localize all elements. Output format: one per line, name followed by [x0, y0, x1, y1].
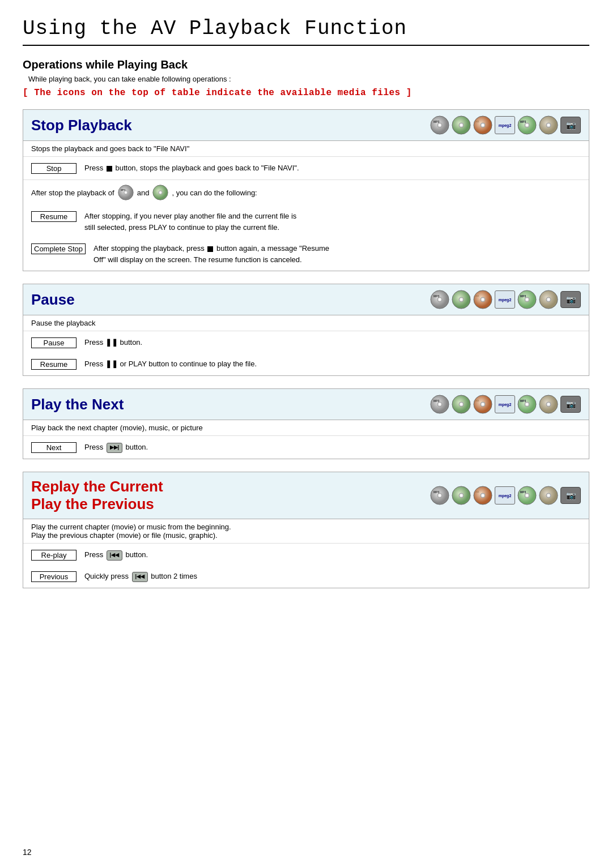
card-subtitle-next: Play back the next chapter (movie), musi…: [23, 420, 589, 436]
cd-icon-p: ♪♫: [473, 290, 492, 309]
cd-icon-n: ♪♫: [473, 395, 492, 414]
card-title-stop: Stop Playback: [31, 117, 132, 134]
section-title: Operations while Playing Back: [23, 58, 589, 71]
cd2-icon: [539, 116, 558, 135]
pause-btn-symbol: ❚❚: [105, 338, 118, 347]
highlight-text: [ The icons on the top of table indicate…: [23, 88, 589, 98]
svg-point-13: [526, 124, 528, 126]
previous-desc: Quickly press |◀◀ button 2 times: [84, 571, 197, 582]
svg-point-6: [460, 124, 462, 126]
card-title-replay-line2: Play the Previous: [31, 495, 163, 513]
card-stop-playback: Stop Playback MP3 ♪♫: [23, 109, 589, 271]
pause-resume-label: Resume: [31, 359, 76, 370]
stop-btn-icon: [107, 166, 112, 172]
previous-label: Previous: [31, 571, 76, 582]
separator-text-end: , you can do the following:: [172, 189, 257, 197]
card-header-stop: Stop Playback MP3 ♪♫: [23, 110, 589, 141]
svg-text:MP3: MP3: [520, 294, 526, 298]
svg-point-63: [439, 494, 441, 497]
replay-subtitle-line1: Play the current chapter (movie) or musi…: [31, 523, 581, 531]
svg-text:MP3: MP3: [434, 490, 440, 494]
svg-text:MP3: MP3: [520, 120, 526, 123]
svg-point-38: [526, 298, 528, 301]
next-desc: Press ▶▶| button.: [84, 442, 148, 453]
card-header-replay: Replay the Current Play the Previous MP3: [23, 472, 589, 519]
cd2-icon-p: [539, 290, 558, 309]
resume-desc: After stopping, if you never play anothe…: [84, 211, 296, 233]
dvd-icon-p: MP3: [430, 290, 449, 309]
mpeg2-icon-r: mpeg2: [495, 486, 515, 504]
svg-point-49: [460, 403, 462, 405]
camera-icon-r: 📷: [560, 487, 581, 504]
stop-btn-icon2: [207, 246, 213, 252]
cd2-icon-n: [539, 395, 558, 414]
pause-btn-symbol2: ❚❚: [105, 360, 118, 368]
card-subtitle-stop: Stops the playback and goes back to "Fil…: [23, 141, 589, 157]
replay-label: Re-play: [31, 550, 76, 561]
svg-text:MP3: MP3: [520, 490, 526, 494]
inline-vcd-icon: [152, 185, 168, 200]
svg-point-42: [547, 298, 550, 301]
operation-row-pause: Pause Press ❚❚ button.: [31, 337, 581, 353]
card-title-pause: Pause: [31, 291, 75, 309]
svg-point-27: [439, 298, 441, 301]
card-play-next: Play the Next MP3 ♪♫: [23, 388, 589, 459]
camera-icon: 📷: [560, 117, 581, 134]
svg-point-45: [439, 403, 441, 405]
media-icons-next: MP3 ♪♫ mpeg2: [430, 395, 581, 414]
card-body-replay: Re-play Press |◀◀ button. Previous Quick…: [23, 544, 589, 588]
card-title-replay-line1: Replay the Current: [31, 478, 163, 495]
svg-text:MP3: MP3: [121, 189, 126, 191]
vcd-icon: [452, 116, 471, 135]
separator-text-before: After stop the playback of: [31, 189, 114, 197]
pause-desc: Press ❚❚ button.: [84, 337, 142, 348]
dvd-icon: MP3: [430, 116, 449, 135]
mp3dvd-icon-n: MP3: [517, 395, 537, 414]
dvd-icon-r: MP3: [430, 486, 449, 505]
mp3dvd-icon-p: MP3: [517, 290, 537, 309]
mpeg2-icon-n: mpeg2: [495, 395, 515, 413]
complete-stop-desc: After stopping the playback, press butto…: [94, 243, 329, 265]
inline-dvd-icon: MP3: [118, 185, 134, 200]
svg-point-52: [482, 403, 484, 405]
svg-point-74: [526, 494, 528, 497]
card-header-next: Play the Next MP3 ♪♫: [23, 389, 589, 420]
svg-point-31: [460, 298, 462, 301]
media-icons-replay: MP3 ♪♫ mpeg2: [430, 486, 581, 505]
cd2-icon-r: [539, 486, 558, 505]
card-title-replay: Replay the Current Play the Previous: [31, 478, 163, 513]
vcd-icon-n: [452, 395, 471, 414]
svg-point-70: [482, 494, 484, 497]
pause-resume-desc: Press ❚❚ or PLAY button to continue to p…: [84, 358, 257, 370]
mp3dvd-icon-r: MP3: [517, 486, 537, 505]
mpeg2-icon-p: mpeg2: [495, 290, 515, 309]
stop-label: Stop: [31, 163, 76, 174]
camera-icon-p: 📷: [560, 291, 581, 308]
operation-row-resume: Resume After stopping, if you never play…: [31, 211, 581, 237]
svg-point-2: [439, 124, 441, 126]
card-subtitle-pause: Pause the playback: [23, 315, 589, 331]
operation-row-pause-resume: Resume Press ❚❚ or PLAY button to contin…: [31, 358, 581, 370]
svg-text:MP3: MP3: [434, 120, 440, 123]
next-btn-icon: ▶▶|: [107, 443, 122, 453]
mpeg2-icon: mpeg2: [495, 116, 515, 134]
replay-desc: Press |◀◀ button.: [84, 549, 148, 561]
svg-point-67: [460, 494, 462, 497]
vcd-icon-p: [452, 290, 471, 309]
card-body-pause: Pause Press ❚❚ button. Resume Press ❚❚ o…: [23, 331, 589, 375]
svg-text:MP3: MP3: [520, 399, 526, 403]
svg-text:♪♫: ♪♫: [475, 490, 479, 493]
svg-text:♪♫: ♪♫: [475, 399, 479, 402]
stop-desc: Press button, stops the playback and goe…: [84, 163, 299, 174]
card-replay-previous: Replay the Current Play the Previous MP3: [23, 472, 589, 588]
svg-point-78: [547, 494, 550, 497]
svg-point-24: [160, 191, 162, 193]
operation-row-complete-stop: Complete Stop After stopping the playbac…: [31, 243, 581, 265]
svg-text:MP3: MP3: [434, 294, 440, 298]
separator-row-stop: After stop the playback of MP3 and , you…: [23, 179, 589, 205]
cd-icon: ♪♫: [473, 116, 492, 135]
svg-text:MP3: MP3: [434, 399, 440, 403]
page-title: Using the AV Playback Function: [23, 17, 589, 40]
svg-text:♪♫: ♪♫: [475, 119, 479, 123]
page-number: 12: [23, 848, 32, 857]
